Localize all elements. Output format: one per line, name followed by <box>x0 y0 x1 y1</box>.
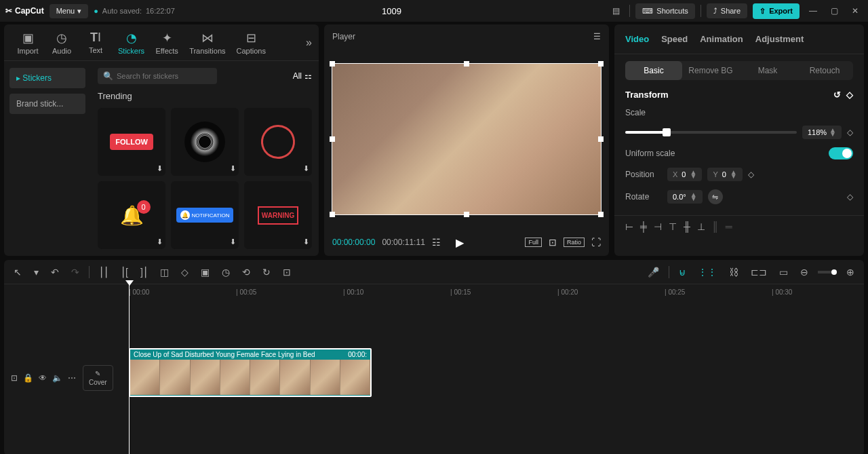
share-button[interactable]: ⤴ Share <box>707 3 747 18</box>
reset-icon[interactable]: ↺ <box>833 90 841 100</box>
visibility-icon[interactable]: 👁 <box>39 373 47 383</box>
keyframe-nav-icon[interactable]: ◇ <box>846 90 853 100</box>
track-icon[interactable]: ▭ <box>776 265 791 280</box>
keyframe-icon[interactable]: ◇ <box>847 192 853 202</box>
keyframe-icon[interactable]: ◇ <box>847 128 853 137</box>
zoom-in-icon[interactable]: ⊕ <box>844 265 857 280</box>
tab-video[interactable]: Video <box>625 34 649 44</box>
mute-icon[interactable]: 🔈 <box>52 373 62 383</box>
pos-y-input[interactable]: Y0▲▼ <box>707 168 742 181</box>
ratio-button[interactable]: Ratio <box>564 238 585 247</box>
resize-handle[interactable] <box>464 61 469 67</box>
tab-adjustment[interactable]: Adjustment <box>755 34 804 44</box>
sticker-bell-notification[interactable]: 🔔0⬇ <box>98 181 165 249</box>
download-icon[interactable]: ⬇ <box>303 238 309 246</box>
export-button[interactable]: ⇧ Export <box>753 3 800 19</box>
tab-audio[interactable]: ◷Audio <box>45 28 79 58</box>
scale-slider[interactable] <box>625 131 797 134</box>
menu-button[interactable]: Menu ▾ <box>50 4 89 18</box>
seg-mask[interactable]: Mask <box>739 61 796 80</box>
crop-icon[interactable]: ◫ <box>157 265 172 280</box>
align-left-icon[interactable]: ⊢ <box>625 221 633 232</box>
full-button[interactable]: Full <box>525 238 542 247</box>
align-center-h-icon[interactable]: ╪ <box>640 221 647 232</box>
chevron-down-icon[interactable]: ▾ <box>31 265 41 280</box>
stepper-icon[interactable]: ▲▼ <box>730 170 737 178</box>
resize-handle[interactable] <box>464 212 469 217</box>
sidebar-item-brand-stickers[interactable]: Brand stick... <box>9 94 85 114</box>
magnet-icon[interactable]: ⊌ <box>676 265 688 280</box>
align-bottom-icon[interactable]: ⊥ <box>697 221 705 232</box>
player-menu-icon[interactable]: ☰ <box>593 32 601 41</box>
sidebar-item-stickers[interactable]: Stickers <box>9 68 85 88</box>
frame-crop-icon[interactable]: ⊡ <box>280 265 294 280</box>
sticker-warning[interactable]: WARNING⬇ <box>244 181 312 249</box>
download-icon[interactable]: ⬇ <box>303 164 309 173</box>
undo-icon[interactable]: ↶ <box>48 265 62 280</box>
minimize-icon[interactable]: — <box>805 3 821 18</box>
speed-icon[interactable]: ◷ <box>219 265 233 280</box>
reverse-icon[interactable]: ⟲ <box>239 265 253 280</box>
mic-icon[interactable]: 🎤 <box>645 265 662 280</box>
tab-import[interactable]: ▣Import <box>11 28 45 58</box>
more-icon[interactable]: ⋯ <box>68 373 76 383</box>
tab-text[interactable]: TIText <box>79 28 113 57</box>
tab-captions[interactable]: ⊟Captions <box>231 28 271 58</box>
split-icon[interactable]: ⎮⎮ <box>96 265 111 280</box>
video-clip[interactable]: Close Up of Sad Disturbed Young Female F… <box>129 348 372 397</box>
playhead[interactable] <box>129 284 130 454</box>
seg-retouch[interactable]: Retouch <box>796 61 853 80</box>
align-right-icon[interactable]: ⊣ <box>654 221 662 232</box>
resize-handle[interactable] <box>330 212 335 217</box>
expand-tabs-icon[interactable]: » <box>306 37 312 49</box>
timeline-tracks[interactable]: Close Up of Sad Disturbed Young Female F… <box>126 301 864 454</box>
split-right-icon[interactable]: ]⎮ <box>138 265 151 280</box>
sticker-burst[interactable]: ⬇ <box>171 108 239 176</box>
uniform-scale-toggle[interactable] <box>829 147 853 159</box>
link-icon[interactable]: ⛓ <box>726 265 741 280</box>
sticker-follow[interactable]: FOLLOW⬇ <box>98 108 165 176</box>
resize-handle[interactable] <box>330 61 335 67</box>
resize-handle[interactable] <box>598 61 604 67</box>
player-canvas[interactable] <box>332 63 601 215</box>
zoom-out-icon[interactable]: ⊖ <box>797 265 811 280</box>
sticker-notification-blue[interactable]: 🔔NOTIFICATION⬇ <box>171 181 239 249</box>
split-left-icon[interactable]: ⎮[ <box>118 265 131 280</box>
rotate-input[interactable]: 0.0°▲▼ <box>667 190 703 204</box>
duplicate-icon[interactable]: ▣ <box>198 265 212 280</box>
close-icon[interactable]: ✕ <box>848 3 863 18</box>
tab-stickers[interactable]: ◔Stickers <box>113 28 150 58</box>
maximize-icon[interactable]: ▢ <box>827 3 842 18</box>
resize-handle[interactable] <box>330 136 335 142</box>
play-button[interactable]: ▶ <box>456 236 464 249</box>
cover-button[interactable]: ✎ Cover <box>83 365 113 391</box>
loop-icon[interactable]: ↻ <box>260 265 273 280</box>
align-center-v-icon[interactable]: ╫ <box>684 221 690 232</box>
fullscreen-icon[interactable]: ⛶ <box>591 237 601 248</box>
download-icon[interactable]: ⬇ <box>230 164 236 173</box>
search-input[interactable] <box>98 68 217 84</box>
mirror-button[interactable]: ⇋ <box>708 189 723 204</box>
resize-handle[interactable] <box>598 212 604 217</box>
tab-transitions[interactable]: ⋈Transitions <box>184 28 231 58</box>
seg-removebg[interactable]: Remove BG <box>682 61 739 80</box>
keyframe-icon[interactable]: ◇ <box>748 170 754 179</box>
project-title[interactable]: 1009 <box>180 6 604 16</box>
auto-snap-icon[interactable]: ⋮⋮ <box>695 265 719 280</box>
shortcuts-button[interactable]: ⌨ Shortcuts <box>635 3 694 19</box>
zoom-slider[interactable] <box>818 271 837 273</box>
list-icon[interactable]: ☷ <box>432 237 441 248</box>
tab-speed[interactable]: Speed <box>661 34 688 44</box>
marker-icon[interactable]: ◇ <box>178 265 191 280</box>
filter-all-button[interactable]: All ⚏ <box>293 68 312 84</box>
stepper-icon[interactable]: ▲▼ <box>690 193 697 201</box>
preview-icon[interactable]: ⊏⊐ <box>748 265 770 280</box>
tab-effects[interactable]: ✦Effects <box>150 28 184 58</box>
track-options-icon[interactable]: ⊡ <box>11 373 18 383</box>
scale-value-box[interactable]: 118% ▲▼ <box>802 126 842 139</box>
resize-handle[interactable] <box>598 136 604 142</box>
stepper-icon[interactable]: ▲▼ <box>829 128 836 136</box>
download-icon[interactable]: ⬇ <box>230 238 236 246</box>
crop-focus-icon[interactable]: ⊡ <box>549 237 557 248</box>
sticker-circle-red[interactable]: ⬇ <box>244 108 312 176</box>
